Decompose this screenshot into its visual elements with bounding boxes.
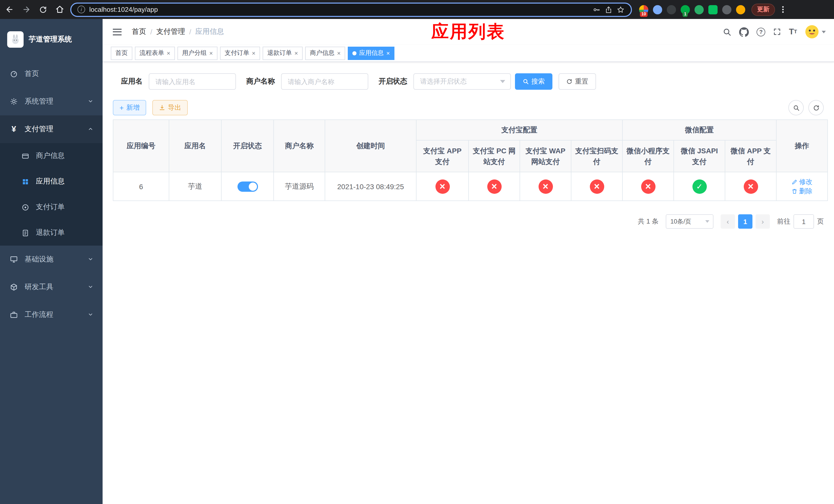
sub-header-alipay-wap: 支付宝 WAP 网站支付	[520, 140, 571, 172]
extension-icon[interactable]	[708, 5, 718, 14]
status-select[interactable]: 请选择开启状态	[413, 73, 511, 90]
sidebar-item-label: 研发工具	[25, 282, 53, 292]
app-name-label: 应用名	[121, 77, 142, 86]
status-label: 开启状态	[378, 77, 407, 86]
tab-process-form[interactable]: 流程表单×	[135, 46, 175, 60]
chrome-update-button[interactable]: 更新	[751, 3, 775, 16]
search-button[interactable]: 搜索	[515, 73, 552, 90]
share-icon[interactable]	[605, 5, 612, 14]
extension-icon[interactable]	[653, 5, 662, 14]
browser-menu-icon[interactable]	[780, 4, 786, 15]
password-key-icon[interactable]	[592, 5, 601, 14]
sidebar-item-pay-order[interactable]: 支付订单	[0, 194, 103, 220]
home-icon[interactable]	[56, 5, 64, 14]
extension-icon[interactable]	[736, 5, 745, 14]
sub-header-wechat-app: 微信 APP 支付	[725, 140, 776, 172]
sidebar-item-system[interactable]: 系统管理	[0, 88, 103, 115]
briefcase-icon	[9, 311, 19, 319]
help-icon[interactable]: ?	[756, 27, 765, 36]
extension-icon[interactable]	[695, 5, 704, 14]
chevron-down-icon	[88, 311, 93, 319]
close-icon[interactable]: ×	[386, 50, 390, 56]
export-button[interactable]: 导出	[152, 100, 188, 115]
sidebar-item-label: 基础设施	[25, 255, 53, 264]
browser-nav-buttons	[5, 5, 64, 14]
target-icon	[22, 203, 30, 211]
close-icon[interactable]: ×	[294, 50, 298, 56]
delete-link[interactable]: 删除	[791, 186, 812, 196]
refresh-table-icon[interactable]	[808, 100, 824, 115]
extension-icon[interactable]	[667, 5, 676, 14]
url-bar[interactable]: i localhost:1024/pay/app	[70, 2, 632, 17]
row-status-toggle[interactable]	[237, 181, 258, 191]
sidebar-item-infrastructure[interactable]: 基础设施	[0, 246, 103, 273]
merchant-name-label: 商户名称	[246, 77, 275, 86]
next-page-button[interactable]: ›	[755, 214, 770, 229]
toggle-search-icon[interactable]	[788, 100, 804, 115]
sidebar-item-home[interactable]: 首页	[0, 60, 103, 88]
close-icon[interactable]: ×	[252, 50, 256, 56]
status-select-placeholder: 请选择开启状态	[420, 77, 467, 86]
plus-icon: +	[119, 104, 124, 111]
close-icon[interactable]: ×	[167, 50, 170, 56]
app-name-input[interactable]	[149, 73, 236, 90]
tab-app-info[interactable]: 应用信息×	[348, 46, 394, 60]
yen-icon: ¥	[9, 125, 19, 133]
action-row: + 新增 导出	[113, 100, 824, 115]
data-table: 应用编号 应用名 开启状态 商户名称 创建时间 支付宝配置 微信配置 操作 支付…	[113, 119, 824, 201]
goto-page-input[interactable]	[793, 214, 814, 229]
edit-link[interactable]: 修改	[791, 177, 812, 186]
extension-icon[interactable]	[722, 5, 731, 14]
pagination: 共 1 条 10条/页 ‹ 1 › 前往 页	[113, 214, 824, 229]
tab-pay-order[interactable]: 支付订单×	[220, 46, 260, 60]
sub-header-alipay-pc: 支付宝 PC 网站支付	[468, 140, 520, 172]
current-page[interactable]: 1	[738, 214, 752, 229]
close-icon[interactable]: ×	[337, 50, 341, 56]
sidebar-item-payment[interactable]: ¥ 支付管理	[0, 115, 103, 143]
forward-icon[interactable]	[22, 5, 31, 14]
merchant-name-input[interactable]	[281, 73, 368, 90]
cell-created: 2021-10-23 08:49:25	[325, 172, 416, 201]
back-icon[interactable]	[5, 5, 14, 14]
tab-refund-order[interactable]: 退款订单×	[263, 46, 303, 60]
fullscreen-icon[interactable]	[773, 28, 781, 36]
close-icon[interactable]: ×	[209, 50, 213, 56]
breadcrumb-home[interactable]: 首页	[132, 27, 146, 37]
prev-page-button[interactable]: ‹	[721, 214, 735, 229]
sub-header-wechat-jsapi: 微信 JSAPI 支付	[674, 140, 725, 172]
filter-form: 应用名 商户名称 开启状态 请选择开启状态 搜索	[113, 73, 824, 90]
extension-icon[interactable]: 1	[681, 5, 690, 14]
github-icon[interactable]	[739, 27, 749, 37]
chevron-down-icon	[88, 255, 93, 264]
tab-home[interactable]: 首页	[111, 46, 132, 60]
sidebar-item-workflow[interactable]: 工作流程	[0, 301, 103, 329]
content: 首页 / 支付管理 / 应用信息 应用列表 ?	[103, 19, 834, 504]
sidebar-item-app-info[interactable]: 应用信息	[0, 169, 103, 194]
add-button[interactable]: + 新增	[113, 100, 146, 115]
sidebar-item-devtools[interactable]: 研发工具	[0, 273, 103, 301]
sidebar-item-merchant-info[interactable]: 商户信息	[0, 143, 103, 169]
font-size-icon[interactable]: TT	[789, 28, 797, 36]
tab-merchant-info[interactable]: 商户信息×	[305, 46, 345, 60]
sidebar-fold-icon[interactable]	[111, 26, 124, 37]
avatar-face-icon	[805, 25, 819, 39]
refresh-icon	[566, 78, 572, 85]
reset-button[interactable]: 重置	[558, 73, 596, 90]
tab-user-group[interactable]: 用户分组×	[177, 46, 218, 60]
user-avatar[interactable]	[805, 25, 826, 39]
total-count: 共 1 条	[638, 217, 659, 226]
app-logo[interactable]: 芋道管理系统	[0, 19, 103, 60]
bookmark-star-icon[interactable]	[616, 5, 625, 14]
site-info-icon[interactable]: i	[78, 6, 85, 13]
sidebar-item-refund-order[interactable]: 退款订单	[0, 220, 103, 246]
cell-name: 芋道	[169, 172, 221, 201]
url-text[interactable]: localhost:1024/pay/app	[89, 6, 588, 13]
reload-icon[interactable]	[39, 5, 47, 14]
search-icon[interactable]	[723, 27, 731, 36]
breadcrumb: 首页 / 支付管理 / 应用信息	[132, 27, 224, 37]
extension-icon[interactable]: 10	[639, 5, 648, 14]
credit-card-icon	[22, 152, 30, 160]
breadcrumb-section[interactable]: 支付管理	[156, 27, 185, 37]
page-size-select[interactable]: 10条/页	[666, 214, 714, 229]
chevron-down-icon	[500, 80, 505, 83]
